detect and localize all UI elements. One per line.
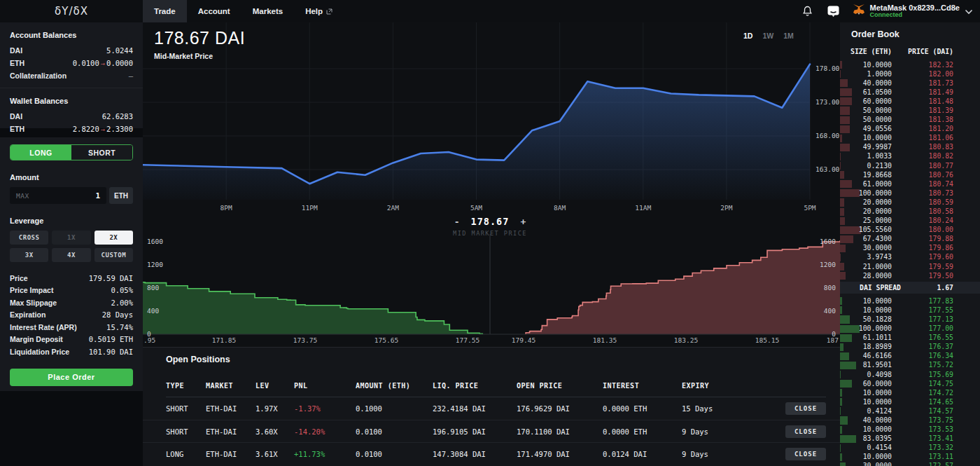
order-book-title: Order Book [840,22,980,39]
price-increment-button[interactable]: + [520,217,526,227]
wallet-connection[interactable]: MetaMask 0x8239...Cd8e Connected [853,4,973,19]
order-book-ask-row[interactable]: 50.0000181.39 [840,106,980,115]
support-chat-icon[interactable] [827,4,841,18]
amount-value: 1 [95,191,100,200]
order-book-ask-row[interactable]: 21.0000179.59 [840,262,980,271]
price-decrement-button[interactable]: - [454,217,460,227]
order-book-bid-row[interactable]: 61.1011176.55 [840,334,980,343]
balance-row: ETH2.8220→2.3300 [0,123,143,135]
amount-unit-badge: ETH [109,187,133,204]
order-book-bid-row[interactable]: 100.0000177.00 [840,324,980,334]
order-book-ask-row[interactable]: 20.0000180.58 [840,207,980,217]
depth-bar [840,153,841,160]
order-book-bid-row[interactable]: 0.4098175.69 [840,370,980,379]
depth-bar [840,226,861,234]
order-book-ask-row[interactable]: 67.4300179.88 [840,235,980,244]
order-book-ask-row[interactable]: 60.0000181.48 [840,97,980,106]
order-book-bid-row[interactable]: 46.6166176.34 [840,352,980,361]
order-book-ask-row[interactable]: 10.0000182.32 [840,60,980,69]
close-position-button[interactable]: CLOSE [785,448,826,460]
order-book-bid-row[interactable]: 81.9501175.72 [840,361,980,370]
asks-list: 10.0000182.321.0000182.0040.0000181.7361… [840,60,980,280]
order-book-bid-row[interactable]: 30.0000172.57 [840,462,980,466]
order-book-bid-row[interactable]: 10.0000173.53 [840,425,980,434]
order-book-ask-row[interactable]: 40.0000181.73 [840,78,980,88]
range-1d[interactable]: 1D [743,32,752,40]
notifications-bell-icon[interactable] [801,4,815,18]
order-book-bid-row[interactable]: 10.0000177.55 [840,306,980,315]
svg-text:1200: 1200 [147,261,163,268]
order-book-ask-row[interactable]: 20.0000180.59 [840,198,980,207]
arrow-icon: → [99,125,106,133]
order-book-ask-row[interactable]: 50.0000181.38 [840,116,980,125]
range-1m[interactable]: 1M [783,32,794,40]
order-book-ask-row[interactable]: 3.9743179.60 [840,253,980,262]
spread-row: DAI SPREAD 1.67 [840,282,980,294]
order-book-bid-row[interactable]: 0.4154173.32 [840,444,980,453]
stat-row: Price Impact0.05% [0,285,143,297]
svg-text:8PM: 8PM [220,204,232,212]
order-book-ask-row[interactable]: 49.0556181.20 [840,125,980,134]
position-open-price: 176.9629 DAI [517,404,603,413]
order-book-bid-row[interactable]: 10.0000174.72 [840,388,980,397]
leverage-2x[interactable]: 2X [94,231,133,245]
amount-input[interactable]: MAX 1 [10,187,106,204]
tab-markets[interactable]: Markets [241,0,294,22]
positions-table-header: TYPEMARKETLEVPNLAMOUNT (ETH)LIQ. PRICEOP… [143,378,840,392]
order-book-ask-row[interactable]: 100.0000180.73 [840,189,980,198]
order-book-ask-row[interactable]: 1.0000182.00 [840,69,980,78]
depth-bar [840,462,846,466]
chevron-down-icon[interactable] [965,5,973,18]
order-book-ask-row[interactable]: 30.0000179.86 [840,244,980,253]
tab-account[interactable]: Account [187,0,241,22]
stat-row: Max Slippage2.00% [0,296,143,309]
order-book-ask-row[interactable]: 0.2130180.77 [840,161,980,170]
order-book-ask-row[interactable]: 28.0000179.50 [840,271,980,280]
order-book-bid-row[interactable]: 10.0000177.83 [840,296,980,306]
depth-bar [840,272,846,280]
long-toggle-button[interactable]: LONG [10,145,71,160]
range-1w[interactable]: 1W [762,32,774,40]
position-interest: 0.0000 ETH [603,427,682,436]
order-book-bid-row[interactable]: 60.0000174.75 [840,379,980,388]
leverage-3x[interactable]: 3X [10,248,48,262]
order-book-bid-row[interactable]: 83.0395173.41 [840,434,980,444]
position-row: SHORTETH-DAI3.60X-14.20%0.0100196.9105 D… [143,420,840,442]
leverage-cross[interactable]: CROSS [10,231,48,245]
order-book-ask-row[interactable]: 10.0000181.06 [840,134,980,143]
tab-trade[interactable]: Trade [143,0,187,22]
order-book-ask-row[interactable]: 61.0000180.74 [840,179,980,189]
tab-help[interactable]: Help [294,0,344,22]
order-book-bid-row[interactable]: 40.0000173.75 [840,416,980,425]
svg-text:163.00: 163.00 [816,165,840,173]
order-book-ask-row[interactable]: 61.0500181.49 [840,88,980,97]
short-toggle-button[interactable]: SHORT [71,145,132,160]
leverage-4x[interactable]: 4X [52,248,90,262]
order-book-ask-row[interactable]: 19.8668180.76 [840,170,980,179]
order-book-bid-row[interactable]: 0.4124174.57 [840,406,980,416]
position-row: LONGETH-DAI3.61X+11.73%0.0100147.3084 DA… [143,442,840,465]
order-book-bid-row[interactable]: 18.8989176.37 [840,343,980,352]
order-book-bid-row[interactable]: 50.1828177.13 [840,315,980,324]
order-book-bid-row[interactable]: 10.0000173.11 [840,453,980,462]
place-order-button[interactable]: Place Order [10,369,133,386]
svg-text:178.00: 178.00 [816,64,840,72]
order-book-ask-row[interactable]: 49.9987180.83 [840,143,980,152]
trade-stats: Price179.59 DAIPrice Impact0.05%Max Slip… [0,272,143,358]
order-book-bid-row[interactable]: 10.0000174.65 [840,397,980,406]
order-book-ask-row[interactable]: 105.5560180.00 [840,226,980,235]
close-position-button[interactable]: CLOSE [785,425,826,438]
close-position-button[interactable]: CLOSE [785,402,826,415]
position-interest: 0.0124 DAI [603,450,682,458]
chart-range-selector: 1D 1W 1M [743,32,794,40]
mid-market-price-label: MID MARKET PRICE [441,230,539,237]
svg-text:177.55: 177.55 [456,336,479,344]
leverage-custom[interactable]: CUSTOM [94,248,133,262]
leverage-1x[interactable]: 1X [52,231,90,245]
balance-row: ETH0.0100→0.0000 [0,57,143,69]
max-button[interactable]: MAX [16,192,29,200]
external-link-icon [326,8,332,15]
order-book-ask-row[interactable]: 25.0000180.24 [840,217,980,226]
dydx-logo[interactable]: δY/δX [0,0,143,22]
order-book-ask-row[interactable]: 1.0033180.82 [840,152,980,161]
